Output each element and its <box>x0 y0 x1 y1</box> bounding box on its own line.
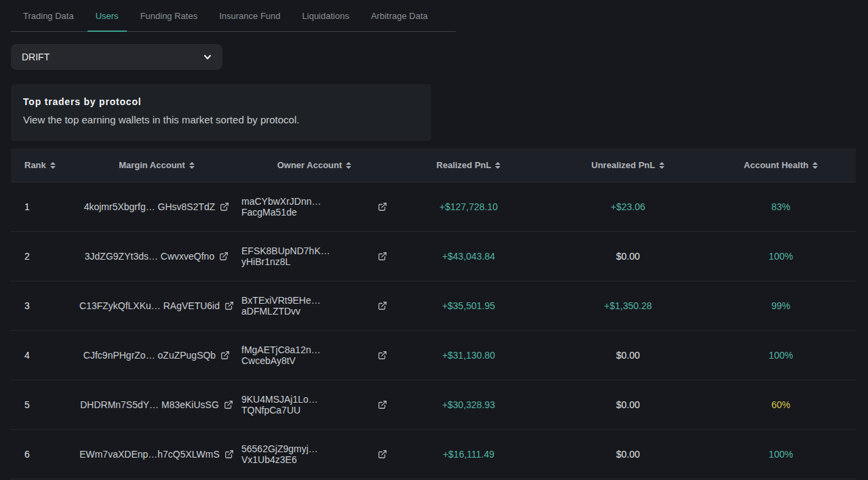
external-link-icon[interactable] <box>378 252 387 261</box>
column-header-margin-account[interactable]: Margin Account <box>72 160 241 170</box>
realized-pnl-cell: +$35,501.95 <box>387 300 550 311</box>
unrealized-pnl-value: +$1,350.28 <box>604 300 652 311</box>
tab[interactable]: Trading Data <box>15 0 82 31</box>
owner-account-cell: EFSK8BUpND7hK…yHiBr1nz8L <box>241 245 387 267</box>
account-health-cell: 100% <box>706 350 856 361</box>
external-link-icon[interactable] <box>378 351 387 360</box>
column-header-unrealized-pnl[interactable]: Unrealized PnL <box>550 160 706 170</box>
account-health-cell: 100% <box>706 449 856 460</box>
owner-account-cell: 9KU4MSJAj1Lo… TQNfpCa7UU <box>241 394 387 416</box>
realized-pnl-value: +$127,728.10 <box>439 201 498 212</box>
top-traders-table: Rank Margin Account Owner Account Realiz… <box>11 148 856 479</box>
unrealized-pnl-value: $0.00 <box>616 399 639 410</box>
account-health-value: 99% <box>771 300 790 311</box>
external-link-icon[interactable] <box>378 202 387 212</box>
margin-account-cell: 3JdZG9ZYt3ds… CwvxveQfno <box>72 251 241 262</box>
tab-label: Trading Data <box>23 11 74 21</box>
unrealized-pnl-value: $0.00 <box>616 350 639 361</box>
account-health-value: 100% <box>769 449 793 460</box>
tab-label: Liquidations <box>302 11 349 21</box>
unrealized-pnl-value: $0.00 <box>616 449 639 460</box>
tab-label: Insurance Fund <box>219 11 280 21</box>
margin-account-address: C13FZykQfLXKu… RAgVETU6id <box>79 300 220 311</box>
table-body: 1 4kojmr5Xbgrfg… GHsv8S2TdZ maCYbwXrJDnn… <box>11 182 856 479</box>
table-row: 3 C13FZykQfLXKu… RAgVETU6id BxTExiVRt9EH… <box>11 281 856 331</box>
external-link-icon[interactable] <box>378 400 387 409</box>
unrealized-pnl-cell: +$23.06 <box>550 201 706 212</box>
owner-account-cell: 56562GjZ9gmyj… Vx1Ub4z3E6 <box>241 443 387 465</box>
realized-pnl-value: +$31,130.80 <box>442 350 495 361</box>
margin-account-address: EWm7vaXDEnp…h7cQ5XLWmS <box>79 449 220 460</box>
column-header-label: Unrealized PnL <box>591 160 655 170</box>
owner-account-address: maCYbwXrJDnn…FacgMa51de <box>241 196 373 218</box>
unrealized-pnl-cell: +$1,350.28 <box>550 300 706 311</box>
external-link-icon[interactable] <box>220 202 229 212</box>
realized-pnl-value: +$30,328.93 <box>442 399 495 410</box>
column-header-label: Owner Account <box>277 160 342 170</box>
sort-icon <box>50 162 56 169</box>
protocol-dropdown-value: DRIFT <box>22 52 50 62</box>
column-header-realized-pnl[interactable]: Realized PnL <box>387 160 550 170</box>
table-row: 1 4kojmr5Xbgrfg… GHsv8S2TdZ maCYbwXrJDnn… <box>11 182 856 232</box>
table-row: 2 3JdZG9ZYt3ds… CwvxveQfno EFSK8BUpND7hK… <box>11 232 856 281</box>
rank-cell: 6 <box>11 449 72 460</box>
owner-account-address: 9KU4MSJAj1Lo… TQNfpCa7UU <box>241 394 373 416</box>
margin-account-address: 4kojmr5Xbgrfg… GHsv8S2TdZ <box>84 201 216 212</box>
active-tab-underline <box>87 31 127 32</box>
margin-account-cell: DHDRMn7S5dY… M83eKiUsSG <box>72 399 241 410</box>
tab[interactable]: Liquidations <box>294 0 357 31</box>
sort-icon <box>659 162 665 169</box>
column-header-owner-account[interactable]: Owner Account <box>241 160 387 170</box>
owner-account-cell: fMgAETjC8a12n…CwcebAy8tV <box>241 344 387 366</box>
tab-bar: Trading Data Users Funding Rates Insuran… <box>11 0 456 32</box>
margin-account-cell: 4kojmr5Xbgrfg… GHsv8S2TdZ <box>72 201 241 212</box>
external-link-icon[interactable] <box>220 351 230 360</box>
rank-cell: 1 <box>11 201 72 212</box>
protocol-dropdown[interactable]: DRIFT <box>11 44 222 70</box>
realized-pnl-cell: +$43,043.84 <box>387 251 550 262</box>
account-health-cell: 60% <box>706 399 856 410</box>
external-link-icon[interactable] <box>219 252 229 261</box>
external-link-icon[interactable] <box>224 400 233 409</box>
margin-account-cell: C13FZykQfLXKu… RAgVETU6id <box>72 300 241 311</box>
external-link-icon[interactable] <box>378 449 387 459</box>
external-link-icon[interactable] <box>224 449 234 459</box>
unrealized-pnl-cell: $0.00 <box>550 399 706 410</box>
account-health-value: 100% <box>769 350 793 361</box>
tab[interactable]: Insurance Fund <box>211 0 288 31</box>
account-health-value: 60% <box>771 399 790 410</box>
sort-icon <box>495 162 500 169</box>
column-header-rank[interactable]: Rank <box>11 160 72 170</box>
tab[interactable]: Arbitrage Data <box>363 0 436 31</box>
column-header-label: Realized PnL <box>437 160 492 170</box>
table-header-row: Rank Margin Account Owner Account Realiz… <box>11 148 856 182</box>
table-row: 4 CJfc9nPHgrZo… oZuZPugSQb fMgAETjC8a12n… <box>11 331 856 380</box>
tab-label: Arbitrage Data <box>371 11 428 21</box>
card-title: Top traders by protocol <box>23 96 419 107</box>
table-row: 6 EWm7vaXDEnp…h7cQ5XLWmS 56562GjZ9gmyj… … <box>11 430 856 479</box>
realized-pnl-value: +$16,111.49 <box>443 449 494 460</box>
rank-cell: 5 <box>11 399 72 410</box>
realized-pnl-cell: +$30,328.93 <box>387 399 550 410</box>
rank-cell: 2 <box>11 251 72 262</box>
sort-icon <box>346 162 351 169</box>
margin-account-address: 3JdZG9ZYt3ds… CwvxveQfno <box>85 251 214 262</box>
column-header-label: Rank <box>24 160 46 170</box>
card-description: View the top earning wallets in this mar… <box>23 114 419 125</box>
external-link-icon[interactable] <box>224 301 234 311</box>
account-health-cell: 99% <box>706 300 856 311</box>
chevron-down-icon <box>202 52 213 62</box>
top-traders-card: Top traders by protocol View the top ear… <box>11 84 431 141</box>
tab-label: Funding Rates <box>140 11 198 21</box>
realized-pnl-cell: +$31,130.80 <box>387 350 550 361</box>
owner-account-address: BxTExiVRt9EHe…aDFMLZTDvv <box>241 295 373 317</box>
tab[interactable]: Funding Rates <box>132 0 206 31</box>
tab[interactable]: Users <box>87 0 127 31</box>
rank-cell: 3 <box>11 300 72 311</box>
realized-pnl-value: +$35,501.95 <box>442 300 495 311</box>
column-header-account-health[interactable]: Account Health <box>706 160 856 170</box>
external-link-icon[interactable] <box>378 301 387 311</box>
owner-account-address: 56562GjZ9gmyj… Vx1Ub4z3E6 <box>241 443 373 465</box>
owner-account-address: fMgAETjC8a12n…CwcebAy8tV <box>241 344 373 366</box>
owner-account-address: EFSK8BUpND7hK…yHiBr1nz8L <box>241 245 373 267</box>
